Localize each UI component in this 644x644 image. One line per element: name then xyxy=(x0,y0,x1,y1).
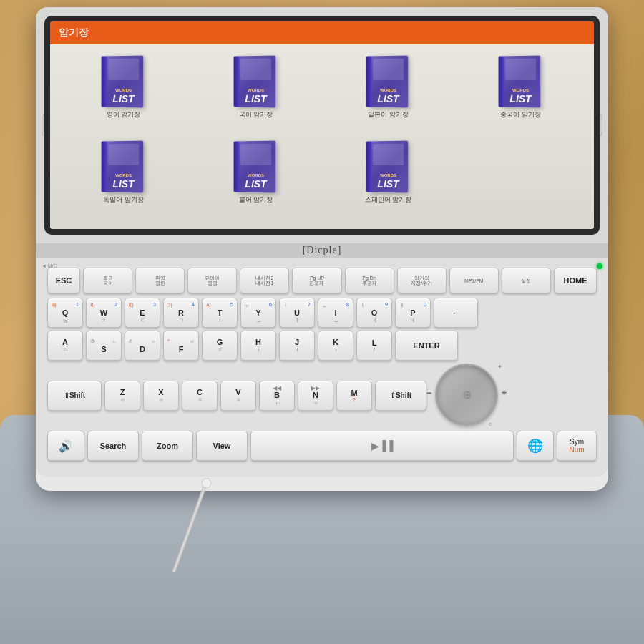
book-item-spanish[interactable]: WORDS LIST 스페인어 암기장 xyxy=(326,141,450,218)
book-item-german[interactable]: WORDS LIST 독일어 암기장 xyxy=(62,141,185,218)
key-num-label: Num xyxy=(569,446,584,454)
book-cover-spanish[interactable]: WORDS LIST xyxy=(369,141,408,193)
key-d-sub1: # xyxy=(129,338,132,346)
book-cover-french[interactable]: WORDS LIST xyxy=(236,141,275,193)
key-k[interactable]: K ㅏ xyxy=(318,331,353,361)
key-s-sub1: @ xyxy=(90,338,95,346)
key-l-kor: / xyxy=(374,347,375,352)
book-cover-korean[interactable]: WORDS LIST xyxy=(236,56,275,108)
key-y-num: 6 xyxy=(269,302,272,309)
key-e[interactable]: 따 3 E ㄷ xyxy=(125,298,160,328)
brand-label: [Dicple] xyxy=(303,245,342,256)
book-cover-english[interactable]: WORDS LIST xyxy=(104,56,143,108)
key-shift-left[interactable]: ⇧Shift xyxy=(47,381,102,411)
book-list-label-3: LIST xyxy=(377,93,399,104)
volume-icon: 🔊 xyxy=(59,439,73,453)
key-j[interactable]: J ㅓ xyxy=(279,331,315,361)
key-d[interactable]: # ㅇ D xyxy=(125,331,160,361)
key-enter[interactable]: ENTER xyxy=(395,331,458,361)
key-g[interactable]: G ㅎ xyxy=(202,331,238,361)
empty-slot xyxy=(459,141,582,218)
key-fn-pgup[interactable]: Pg UP 전포제 xyxy=(292,268,341,293)
key-i-main: I xyxy=(334,309,336,317)
book-list-label-4: LIST xyxy=(509,93,531,104)
key-shift-right[interactable]: ⇧Shift xyxy=(375,381,426,411)
book-spine xyxy=(102,56,107,107)
key-volume[interactable]: 🔊 xyxy=(47,431,84,461)
key-w-num: 2 xyxy=(114,302,117,309)
key-f[interactable]: * ㄹ F xyxy=(163,331,199,361)
key-fn-mp3[interactable]: MP3/FM xyxy=(449,268,499,293)
book-item-english[interactable]: WORDS LIST 영어 암기장 xyxy=(62,56,185,132)
key-a[interactable]: A ㅁ xyxy=(47,331,83,361)
key-fn-yui[interactable]: 유의어 영영 xyxy=(187,268,237,293)
book-spine-3 xyxy=(366,56,372,107)
key-w-sub1: 짜 xyxy=(90,302,95,309)
key-h-kor: ㅓ xyxy=(256,346,261,353)
book-title-english: 영어 암기장 xyxy=(107,110,141,119)
key-space[interactable]: ▶▐▐ xyxy=(250,431,514,461)
key-search[interactable]: Search xyxy=(87,431,139,461)
key-t[interactable]: 싸 5 T ㅅ xyxy=(202,298,238,328)
key-z[interactable]: Z ㄹ xyxy=(104,381,140,411)
key-s-main: S xyxy=(101,346,106,353)
key-m[interactable]: M ? xyxy=(336,381,372,411)
book-item-chinese[interactable]: WORDS LIST 중국어 암기장 xyxy=(459,56,582,132)
key-b[interactable]: ◀◀ B ㅠ xyxy=(259,381,295,411)
key-fn-pgdn-top: Pg Dn xyxy=(362,275,376,280)
key-globe[interactable]: 🌐 xyxy=(517,431,554,461)
key-u-main: U xyxy=(294,309,300,317)
key-r[interactable]: 가 4 R ㄱ xyxy=(163,298,199,328)
key-y[interactable]: ㅠ 6 Y ㅛ xyxy=(240,298,276,328)
key-fn-duk[interactable]: 독권 국어 xyxy=(83,268,132,293)
key-v[interactable]: V ㅍ xyxy=(220,381,256,411)
key-home[interactable]: HOME xyxy=(554,268,597,293)
power-indicator xyxy=(597,263,602,269)
key-fn-hwan-top: 환영 xyxy=(155,275,165,280)
key-m-kor: ? xyxy=(353,397,356,402)
book-cover-japanese[interactable]: WORDS LIST xyxy=(369,56,408,108)
key-view[interactable]: View xyxy=(196,431,248,461)
book-spine-2 xyxy=(234,56,240,107)
key-o[interactable]: ㅐ 9 O ㅐ xyxy=(356,298,392,328)
key-a-main: A xyxy=(62,338,68,346)
key-fn-dict2-bot: 내사전1 xyxy=(255,280,273,286)
key-i-kor: ㅗ xyxy=(333,317,338,324)
book-item-french[interactable]: WORDS LIST 불어 암기장 xyxy=(194,141,318,218)
key-v-kor: ㅍ xyxy=(236,396,241,404)
book-cover-chinese[interactable]: WORDS LIST xyxy=(501,56,540,108)
key-h[interactable]: H ㅓ xyxy=(240,331,276,361)
trackpad-area: ✦ ⊕ − + ○ xyxy=(432,364,504,428)
key-fn-settings[interactable]: 설정 xyxy=(502,268,551,293)
book-cover-german[interactable]: WORDS LIST xyxy=(104,141,143,193)
key-i[interactable]: ㅛ 8 I ㅗ xyxy=(318,298,353,328)
key-u[interactable]: ㅕ 7 U ㅕ xyxy=(279,298,315,328)
key-fn-memo[interactable]: 암기장 저장/수가 xyxy=(397,268,447,293)
key-q[interactable]: 빠 1 Q 님 xyxy=(47,298,83,328)
key-zoom[interactable]: Zoom xyxy=(142,431,193,461)
key-u-kor: ㅕ xyxy=(295,317,300,324)
key-r-kor: ㄱ xyxy=(179,317,184,324)
key-l[interactable]: L / xyxy=(356,331,392,361)
key-fn-yui-top: 유의어 xyxy=(205,275,220,280)
key-f-sub2: ㄹ xyxy=(190,338,195,346)
key-w[interactable]: 짜 2 W ㅊ xyxy=(86,298,122,328)
trackpad[interactable]: ⊕ xyxy=(435,364,498,426)
key-fn-hwan[interactable]: 환영 영한 xyxy=(135,268,185,293)
book-list-label-7: LIST xyxy=(377,178,399,190)
key-fn-pgdn[interactable]: Pg Dn 후포재 xyxy=(345,268,394,293)
key-c[interactable]: C ㅊ xyxy=(182,381,218,411)
key-n[interactable]: ▶▶ N ㅜ xyxy=(298,381,333,411)
key-row-2: A ㅁ @ ㄴ S # ㅇ D * ㄹ xyxy=(47,331,597,361)
book-item-japanese[interactable]: WORDS LIST 일본어 암기장 xyxy=(326,56,450,132)
key-sym-num[interactable]: Sym Num xyxy=(557,431,597,461)
key-s[interactable]: @ ㄴ S xyxy=(86,331,122,361)
book-item-korean[interactable]: WORDS LIST 국어 암기장 xyxy=(194,56,318,132)
key-fn-dict2[interactable]: 내사전2 내사전1 xyxy=(240,268,289,293)
key-esc-label: ESC xyxy=(56,277,72,285)
key-p[interactable]: ㅔ 0 P ㅔ xyxy=(395,298,431,328)
key-backspace[interactable]: ← xyxy=(434,298,478,328)
key-q-kor: 님 xyxy=(63,317,68,324)
key-x[interactable]: X ㅌ xyxy=(143,381,179,411)
key-esc[interactable]: ESC xyxy=(47,268,80,293)
